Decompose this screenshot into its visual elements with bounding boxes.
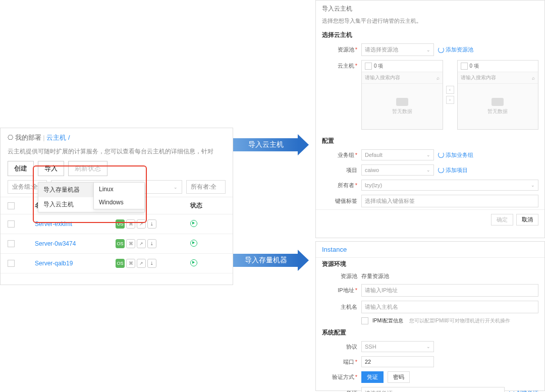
table-row[interactable]: Server-exkimtOS⌘↗⤓	[1, 214, 233, 234]
download-icon[interactable]: ⤓	[147, 239, 156, 248]
pool-value: 存量资源池	[361, 272, 538, 280]
instance-title: Instance	[316, 242, 544, 258]
terminal-icon[interactable]: ⌘	[126, 219, 135, 229]
empty-icon	[396, 98, 408, 106]
chevron-down-icon: ⌄	[174, 185, 178, 190]
import-button[interactable]: 导入	[38, 161, 64, 176]
chevron-down-icon: ⌄	[426, 47, 430, 52]
host-name-link[interactable]: Server-0w3474	[28, 234, 108, 254]
dialog-title: 导入云主机	[316, 1, 544, 17]
row-checkbox[interactable]	[8, 220, 15, 228]
host-name-link[interactable]: Server-exkimt	[28, 214, 108, 234]
terminal-icon[interactable]: ⌘	[126, 239, 135, 248]
import-cloudhost-dialog: 导入云主机 选择您想导入集平台进行纳管的云主机。 选择云主机 资源池* 请选择资…	[315, 0, 545, 238]
crumb-cloudhost[interactable]: 云主机	[46, 134, 66, 141]
download-icon[interactable]: ⤓	[147, 219, 156, 229]
os-icon: OS	[116, 259, 125, 268]
credential-select[interactable]: 请选择凭证⌄	[361, 387, 505, 392]
auth-password-tab[interactable]: 密码	[388, 371, 410, 383]
hostname-input[interactable]: 请输入主机名	[361, 301, 538, 313]
target-search[interactable]: 请输入搜索内容	[461, 74, 496, 81]
arrow-import-cloudhost: 导入云主机	[233, 134, 309, 155]
cloud-host-list-panel: ⎔ 我的部署 | 云主机 / 云主机提供可随时扩展的计算服务，您可以查看每台云主…	[0, 128, 233, 285]
section-select-host: 选择云主机	[316, 29, 544, 41]
target-listbox: 0 项 请输入搜索内容⌕ 暂无数据	[457, 60, 539, 130]
arrow-import-existing: 导入存量机器	[233, 250, 309, 271]
host-name-link[interactable]: Server-qalb19	[28, 254, 108, 273]
owner-filter[interactable]: 所有者:全	[186, 180, 226, 194]
col-status: 状态	[183, 197, 233, 214]
terminal-icon[interactable]: ⌘	[126, 259, 135, 268]
os-icon: OS	[116, 239, 125, 248]
row-icons: OS⌘↗⤓	[108, 214, 183, 234]
project-select[interactable]: caiwo⌄	[361, 164, 434, 176]
import-instance-dialog: Instance 资源环境 资源池存量资源池 IP地址*请输入IP地址 主机名请…	[315, 241, 545, 391]
search-icon: ⌕	[437, 75, 440, 81]
move-left-button[interactable]: ‹	[446, 86, 454, 94]
crumb-deploy[interactable]: 我的部署	[15, 134, 41, 141]
create-cred-link[interactable]: 创建凭证	[509, 389, 538, 392]
chart-icon[interactable]: ↗	[137, 239, 146, 248]
select-all-checkbox[interactable]	[8, 202, 15, 209]
add-pool-link[interactable]: 添加资源池	[438, 46, 473, 53]
running-status-icon	[190, 259, 197, 266]
chart-icon[interactable]: ↗	[137, 259, 146, 268]
add-biz-link[interactable]: 添加业务组	[438, 151, 473, 159]
row-checkbox[interactable]	[8, 260, 15, 267]
os-icon: OS	[116, 219, 125, 229]
table-row[interactable]: Server-0w3474OS⌘↗⤓	[1, 234, 233, 254]
create-button[interactable]: 创建	[8, 161, 34, 176]
empty-icon	[492, 98, 504, 106]
ipmi-checkbox[interactable]	[361, 317, 368, 324]
source-listbox: 0 项 请输入搜索内容⌕ 暂无数据	[361, 60, 443, 130]
os-submenu: Linux Windows	[93, 182, 145, 209]
protocol-select[interactable]: SSH⌄	[361, 341, 434, 352]
cancel-button[interactable]: 取消	[516, 214, 538, 226]
select-all-target[interactable]	[461, 63, 468, 70]
section-env: 资源环境	[316, 258, 544, 270]
download-icon[interactable]: ⤓	[147, 259, 156, 268]
auth-credential-tab[interactable]: 凭证	[361, 371, 384, 383]
crumb-sep: /	[68, 134, 70, 141]
search-icon: ⌕	[532, 75, 535, 81]
linux-item[interactable]: Linux	[94, 183, 144, 196]
add-proj-link[interactable]: 添加项目	[438, 166, 468, 174]
deploy-icon: ⎔	[8, 134, 13, 141]
move-right-button[interactable]: ›	[446, 96, 454, 104]
resource-pool-select[interactable]: 请选择资源池⌄	[361, 43, 434, 56]
ok-button[interactable]: 确定	[491, 214, 513, 226]
running-status-icon	[190, 220, 197, 227]
row-checkbox[interactable]	[8, 240, 15, 247]
refresh-icon	[438, 47, 444, 53]
windows-item[interactable]: Windows	[94, 196, 144, 209]
kv-tags-input[interactable]: 选择或输入键值标签	[361, 195, 538, 207]
ip-input[interactable]: 请输入IP地址	[361, 284, 538, 297]
bizgroup-select[interactable]: Default⌄	[361, 149, 434, 160]
chart-icon[interactable]: ↗	[137, 219, 146, 229]
refresh-status-button[interactable]: 刷新状态	[68, 161, 107, 176]
section-config: 配置	[316, 135, 544, 147]
dialog-subtitle: 选择您想导入集平台进行纳管的云主机。	[316, 17, 544, 29]
section-system: 系统配置	[316, 326, 544, 339]
running-status-icon	[190, 240, 197, 247]
select-all-source[interactable]	[365, 63, 372, 70]
table-row[interactable]: Server-qalb19OS⌘↗⤓	[1, 254, 233, 273]
owner-select[interactable]: lzy(lzy)⌄	[361, 180, 538, 191]
page-desc: 云主机提供可随时扩展的计算服务，您可以查看每台云主机的详细信息，针对	[1, 147, 233, 161]
port-input[interactable]: 22	[361, 356, 434, 367]
breadcrumb: ⎔ 我的部署 | 云主机 /	[1, 128, 233, 147]
source-search[interactable]: 请输入搜索内容	[365, 74, 400, 81]
